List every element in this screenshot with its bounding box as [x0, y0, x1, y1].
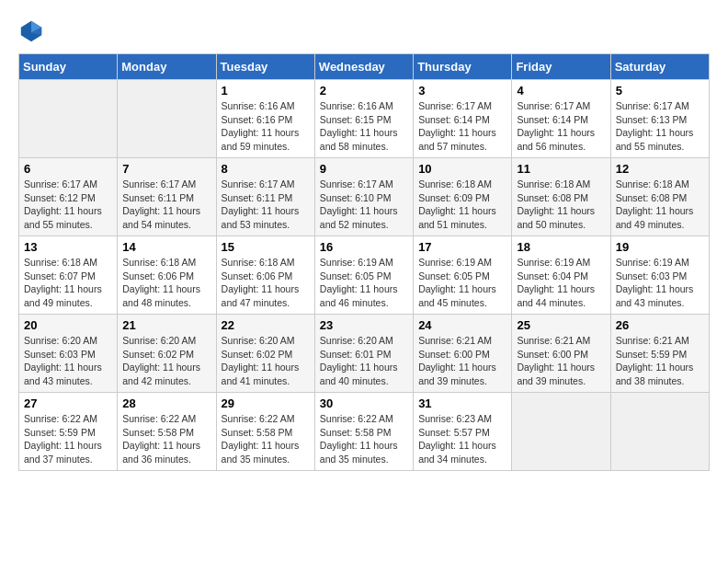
weekday-header-saturday: Saturday — [610, 54, 709, 80]
calendar-cell — [512, 393, 610, 471]
cell-data: Sunrise: 6:20 AMSunset: 6:01 PMDaylight:… — [320, 334, 408, 388]
calendar-cell: 7Sunrise: 6:17 AMSunset: 6:11 PMDaylight… — [118, 158, 216, 236]
calendar-cell: 5Sunrise: 6:17 AMSunset: 6:13 PMDaylight… — [610, 80, 709, 158]
calendar-cell: 28Sunrise: 6:22 AMSunset: 5:58 PMDayligh… — [118, 393, 216, 471]
day-number: 26 — [616, 318, 704, 332]
calendar-cell: 27Sunrise: 6:22 AMSunset: 5:59 PMDayligh… — [19, 393, 118, 471]
calendar-cell: 31Sunrise: 6:23 AMSunset: 5:57 PMDayligh… — [414, 393, 512, 471]
calendar-cell — [19, 80, 118, 158]
calendar-cell: 11Sunrise: 6:18 AMSunset: 6:08 PMDayligh… — [512, 158, 610, 236]
calendar-cell: 18Sunrise: 6:19 AMSunset: 6:04 PMDayligh… — [512, 236, 610, 315]
day-number: 16 — [320, 240, 408, 254]
calendar-cell: 29Sunrise: 6:22 AMSunset: 5:58 PMDayligh… — [216, 393, 314, 471]
cell-data: Sunrise: 6:19 AMSunset: 6:04 PMDaylight:… — [517, 256, 605, 310]
calendar-cell: 6Sunrise: 6:17 AMSunset: 6:12 PMDaylight… — [19, 158, 118, 236]
cell-data: Sunrise: 6:18 AMSunset: 6:09 PMDaylight:… — [418, 178, 506, 232]
calendar-cell: 23Sunrise: 6:20 AMSunset: 6:01 PMDayligh… — [314, 315, 413, 393]
cell-data: Sunrise: 6:22 AMSunset: 5:58 PMDaylight:… — [222, 412, 310, 466]
day-number: 14 — [122, 240, 210, 254]
calendar-cell: 1Sunrise: 6:16 AMSunset: 6:16 PMDaylight… — [216, 80, 314, 158]
weekday-header-tuesday: Tuesday — [216, 54, 314, 80]
cell-data: Sunrise: 6:18 AMSunset: 6:06 PMDaylight:… — [122, 256, 210, 310]
day-number: 1 — [222, 84, 310, 98]
day-number: 10 — [418, 162, 506, 176]
day-number: 9 — [320, 162, 408, 176]
calendar-table: SundayMondayTuesdayWednesdayThursdayFrid… — [18, 53, 710, 471]
calendar-cell: 15Sunrise: 6:18 AMSunset: 6:06 PMDayligh… — [216, 236, 314, 315]
weekday-header-friday: Friday — [512, 54, 610, 80]
calendar-cell — [118, 80, 216, 158]
cell-data: Sunrise: 6:20 AMSunset: 6:02 PMDaylight:… — [222, 334, 310, 388]
calendar-cell: 4Sunrise: 6:17 AMSunset: 6:14 PMDaylight… — [512, 80, 610, 158]
day-number: 31 — [418, 396, 506, 410]
day-number: 18 — [517, 240, 605, 254]
day-number: 11 — [517, 162, 605, 176]
day-number: 22 — [222, 318, 310, 332]
day-number: 3 — [418, 84, 506, 98]
cell-data: Sunrise: 6:17 AMSunset: 6:14 PMDaylight:… — [418, 99, 506, 154]
day-number: 28 — [122, 396, 210, 410]
calendar-cell — [610, 393, 709, 471]
calendar-cell: 17Sunrise: 6:19 AMSunset: 6:05 PMDayligh… — [414, 236, 512, 315]
day-number: 6 — [24, 162, 112, 176]
cell-data: Sunrise: 6:17 AMSunset: 6:13 PMDaylight:… — [616, 99, 704, 154]
cell-data: Sunrise: 6:19 AMSunset: 6:03 PMDaylight:… — [616, 256, 704, 310]
logo — [18, 18, 48, 44]
day-number: 7 — [122, 162, 210, 176]
cell-data: Sunrise: 6:18 AMSunset: 6:08 PMDaylight:… — [517, 178, 605, 232]
day-number: 15 — [222, 240, 310, 254]
cell-data: Sunrise: 6:19 AMSunset: 6:05 PMDaylight:… — [418, 256, 506, 310]
cell-data: Sunrise: 6:17 AMSunset: 6:11 PMDaylight:… — [222, 178, 310, 232]
day-number: 25 — [517, 318, 605, 332]
calendar-cell: 2Sunrise: 6:16 AMSunset: 6:15 PMDaylight… — [314, 80, 413, 158]
cell-data: Sunrise: 6:16 AMSunset: 6:15 PMDaylight:… — [320, 99, 408, 154]
day-number: 17 — [418, 240, 506, 254]
cell-data: Sunrise: 6:21 AMSunset: 6:00 PMDaylight:… — [418, 334, 506, 388]
day-number: 20 — [24, 318, 112, 332]
day-number: 30 — [320, 396, 408, 410]
cell-data: Sunrise: 6:22 AMSunset: 5:58 PMDaylight:… — [320, 412, 408, 466]
day-number: 4 — [517, 84, 605, 98]
calendar-cell: 3Sunrise: 6:17 AMSunset: 6:14 PMDaylight… — [414, 80, 512, 158]
cell-data: Sunrise: 6:22 AMSunset: 5:58 PMDaylight:… — [122, 412, 210, 466]
day-number: 29 — [222, 396, 310, 410]
cell-data: Sunrise: 6:20 AMSunset: 6:03 PMDaylight:… — [24, 334, 112, 388]
cell-data: Sunrise: 6:18 AMSunset: 6:07 PMDaylight:… — [24, 256, 112, 310]
calendar-cell: 20Sunrise: 6:20 AMSunset: 6:03 PMDayligh… — [19, 315, 118, 393]
calendar-cell: 16Sunrise: 6:19 AMSunset: 6:05 PMDayligh… — [314, 236, 413, 315]
day-number: 13 — [24, 240, 112, 254]
calendar-cell: 10Sunrise: 6:18 AMSunset: 6:09 PMDayligh… — [414, 158, 512, 236]
logo-icon — [18, 18, 44, 44]
calendar-cell: 19Sunrise: 6:19 AMSunset: 6:03 PMDayligh… — [610, 236, 709, 315]
cell-data: Sunrise: 6:23 AMSunset: 5:57 PMDaylight:… — [418, 412, 506, 466]
cell-data: Sunrise: 6:19 AMSunset: 6:05 PMDaylight:… — [320, 256, 408, 310]
weekday-header-thursday: Thursday — [414, 54, 512, 80]
day-number: 24 — [418, 318, 506, 332]
cell-data: Sunrise: 6:18 AMSunset: 6:06 PMDaylight:… — [222, 256, 310, 310]
cell-data: Sunrise: 6:16 AMSunset: 6:16 PMDaylight:… — [222, 99, 310, 154]
calendar-cell: 12Sunrise: 6:18 AMSunset: 6:08 PMDayligh… — [610, 158, 709, 236]
calendar-cell: 22Sunrise: 6:20 AMSunset: 6:02 PMDayligh… — [216, 315, 314, 393]
cell-data: Sunrise: 6:17 AMSunset: 6:11 PMDaylight:… — [122, 178, 210, 232]
day-number: 8 — [222, 162, 310, 176]
day-number: 27 — [24, 396, 112, 410]
calendar-cell: 24Sunrise: 6:21 AMSunset: 6:00 PMDayligh… — [414, 315, 512, 393]
weekday-header-monday: Monday — [118, 54, 216, 80]
calendar-cell: 21Sunrise: 6:20 AMSunset: 6:02 PMDayligh… — [118, 315, 216, 393]
day-number: 2 — [320, 84, 408, 98]
cell-data: Sunrise: 6:20 AMSunset: 6:02 PMDaylight:… — [122, 334, 210, 388]
day-number: 21 — [122, 318, 210, 332]
cell-data: Sunrise: 6:21 AMSunset: 6:00 PMDaylight:… — [517, 334, 605, 388]
calendar-cell: 9Sunrise: 6:17 AMSunset: 6:10 PMDaylight… — [314, 158, 413, 236]
weekday-header-sunday: Sunday — [19, 54, 118, 80]
day-number: 5 — [616, 84, 704, 98]
calendar-cell: 25Sunrise: 6:21 AMSunset: 6:00 PMDayligh… — [512, 315, 610, 393]
cell-data: Sunrise: 6:17 AMSunset: 6:10 PMDaylight:… — [320, 178, 408, 232]
calendar-cell: 8Sunrise: 6:17 AMSunset: 6:11 PMDaylight… — [216, 158, 314, 236]
calendar-cell: 14Sunrise: 6:18 AMSunset: 6:06 PMDayligh… — [118, 236, 216, 315]
cell-data: Sunrise: 6:17 AMSunset: 6:12 PMDaylight:… — [24, 178, 112, 232]
day-number: 12 — [616, 162, 704, 176]
day-number: 23 — [320, 318, 408, 332]
page-header — [18, 18, 710, 44]
calendar-cell: 26Sunrise: 6:21 AMSunset: 5:59 PMDayligh… — [610, 315, 709, 393]
